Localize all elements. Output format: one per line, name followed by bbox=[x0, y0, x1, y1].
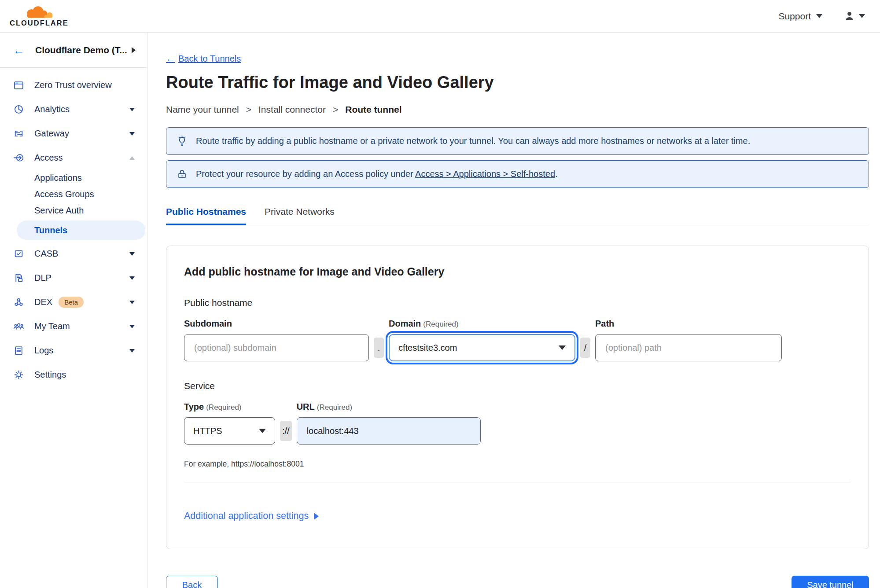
banner-text: Protect your resource by adding an Acces… bbox=[196, 169, 558, 179]
service-type-select[interactable]: HTTPS bbox=[184, 417, 275, 445]
sidebar-item-settings[interactable]: Settings bbox=[0, 363, 147, 387]
sidebar-header: ← Cloudflare Demo (T... bbox=[0, 33, 147, 68]
back-arrow-icon[interactable]: ← bbox=[13, 44, 25, 56]
card-divider bbox=[184, 482, 851, 482]
subdomain-input[interactable] bbox=[184, 334, 369, 361]
cloudflare-logo[interactable]: CLOUDFLARE bbox=[10, 5, 69, 27]
back-to-tunnels-link[interactable]: ← Back to Tunnels bbox=[166, 54, 241, 64]
logo-wordmark: CLOUDFLARE bbox=[10, 19, 69, 27]
sidebar-item-tunnels[interactable]: Tunnels bbox=[17, 220, 145, 240]
path-label: Path bbox=[595, 319, 782, 329]
chevron-down-icon bbox=[859, 14, 865, 18]
sidebar-item-dlp[interactable]: DLP bbox=[0, 266, 147, 290]
save-tunnel-button[interactable]: Save tunnel bbox=[792, 576, 869, 588]
chevron-down-icon bbox=[129, 301, 135, 304]
step-install-connector[interactable]: Install connector bbox=[258, 104, 326, 115]
cloudflare-cloud-icon bbox=[19, 5, 59, 19]
body-row: ← Cloudflare Demo (T... Zero Trust overv… bbox=[0, 33, 880, 588]
breadcrumb: Name your tunnel > Install connector > R… bbox=[166, 104, 869, 115]
chevron-down-icon bbox=[559, 345, 566, 350]
tab-bar: Public Hostnames Private Networks bbox=[166, 206, 869, 225]
sidebar-item-label: Analytics bbox=[34, 104, 70, 114]
service-url-input[interactable] bbox=[297, 417, 481, 445]
sidebar-item-applications[interactable]: Applications bbox=[0, 170, 147, 186]
chevron-right-icon[interactable] bbox=[132, 47, 136, 53]
access-applications-self-hosted-link[interactable]: Access > Applications > Self-hosted bbox=[415, 169, 555, 179]
footer-actions: Back Save tunnel bbox=[166, 576, 869, 588]
sidebar-item-label: Service Auth bbox=[34, 206, 84, 216]
subdomain-label: Subdomain bbox=[184, 319, 369, 329]
dlp-icon bbox=[13, 272, 25, 283]
sidebar-item-casb[interactable]: CASB bbox=[0, 242, 147, 266]
url-label: URL(Required) bbox=[297, 402, 481, 412]
account-name[interactable]: Cloudflare Demo (T... bbox=[35, 45, 132, 55]
lightbulb-icon bbox=[176, 135, 188, 147]
path-input[interactable] bbox=[595, 334, 782, 361]
back-arrow-icon: ← bbox=[166, 54, 175, 64]
sidebar-nav: Zero Trust overview Analytics Gateway bbox=[0, 68, 147, 387]
breadcrumb-separator: > bbox=[333, 104, 338, 115]
subdomain-field: Subdomain bbox=[184, 319, 369, 361]
sidebar-item-logs[interactable]: Logs bbox=[0, 338, 147, 363]
service-field-row: Type(Required) HTTPS :// URL(Required) bbox=[184, 402, 851, 445]
sidebar-item-service-auth[interactable]: Service Auth bbox=[0, 202, 147, 219]
scheme-separator: :// bbox=[280, 421, 292, 441]
back-link-label: Back to Tunnels bbox=[178, 54, 241, 64]
chevron-down-icon bbox=[259, 429, 266, 433]
sidebar-item-zero-trust-overview[interactable]: Zero Trust overview bbox=[0, 73, 147, 97]
additional-settings-link[interactable]: Additional application settings bbox=[184, 511, 319, 522]
sidebar-item-label: Settings bbox=[34, 370, 66, 380]
step-route-tunnel: Route tunnel bbox=[345, 104, 401, 115]
domain-select-value: cftestsite3.com bbox=[398, 343, 457, 353]
sidebar-item-label: Tunnels bbox=[34, 225, 67, 235]
analytics-pie-icon bbox=[13, 104, 25, 115]
support-menu[interactable]: Support bbox=[778, 11, 822, 22]
user-avatar-icon bbox=[843, 10, 855, 22]
chevron-down-icon bbox=[129, 276, 135, 280]
add-public-hostname-card: Add public hostname for Image and Video … bbox=[166, 246, 869, 549]
required-hint: (Required) bbox=[423, 320, 458, 328]
sidebar-item-access-groups[interactable]: Access Groups bbox=[0, 186, 147, 202]
sidebar-item-label: Zero Trust overview bbox=[34, 80, 112, 90]
type-label: Type(Required) bbox=[184, 402, 275, 412]
back-button[interactable]: Back bbox=[166, 576, 218, 588]
step-name-your-tunnel[interactable]: Name your tunnel bbox=[166, 104, 239, 115]
access-icon bbox=[13, 152, 25, 163]
logs-icon bbox=[13, 345, 25, 356]
domain-select[interactable]: cftestsite3.com bbox=[389, 334, 575, 361]
route-traffic-info-banner: Route traffic by adding a public hostnam… bbox=[166, 127, 869, 155]
user-menu[interactable] bbox=[843, 10, 865, 22]
access-policy-banner: Protect your resource by adding an Acces… bbox=[166, 160, 869, 188]
sidebar-item-label: DLP bbox=[34, 273, 52, 283]
chevron-down-icon bbox=[816, 14, 822, 18]
hostname-field-row: Subdomain . Domain(Required) cftestsite3… bbox=[184, 319, 851, 361]
beta-badge: Beta bbox=[59, 297, 84, 308]
sidebar-item-dex[interactable]: DEX Beta bbox=[0, 290, 147, 314]
page-title: Route Traffic for Image and Video Galler… bbox=[166, 72, 869, 93]
chevron-down-icon bbox=[129, 325, 135, 328]
chevron-down-icon bbox=[129, 132, 135, 136]
required-hint: (Required) bbox=[317, 403, 352, 412]
service-type-value: HTTPS bbox=[193, 426, 222, 436]
tab-public-hostnames[interactable]: Public Hostnames bbox=[166, 206, 246, 225]
sidebar-item-label: CASB bbox=[34, 249, 58, 259]
gear-icon bbox=[13, 369, 25, 380]
topbar: CLOUDFLARE Support bbox=[0, 0, 880, 33]
tab-private-networks[interactable]: Private Networks bbox=[265, 206, 335, 225]
chevron-right-icon bbox=[314, 513, 319, 520]
slash-separator: / bbox=[580, 338, 590, 358]
sidebar-item-analytics[interactable]: Analytics bbox=[0, 97, 147, 121]
dot-separator: . bbox=[374, 338, 384, 358]
sidebar-item-label: DEX bbox=[34, 297, 52, 307]
sidebar-item-access[interactable]: Access bbox=[0, 146, 147, 170]
chevron-down-icon bbox=[129, 349, 135, 353]
path-field: Path bbox=[595, 319, 782, 361]
sidebar-item-my-team[interactable]: My Team bbox=[0, 314, 147, 338]
sidebar-item-label: Access bbox=[34, 153, 63, 163]
gateway-icon bbox=[13, 128, 25, 139]
domain-label: Domain(Required) bbox=[389, 319, 575, 329]
sidebar-item-label: Applications bbox=[34, 173, 82, 183]
sidebar-item-label: Access Groups bbox=[34, 189, 94, 199]
sidebar-item-gateway[interactable]: Gateway bbox=[0, 121, 147, 146]
url-example-hint: For example, https://localhost:8001 bbox=[184, 459, 851, 469]
